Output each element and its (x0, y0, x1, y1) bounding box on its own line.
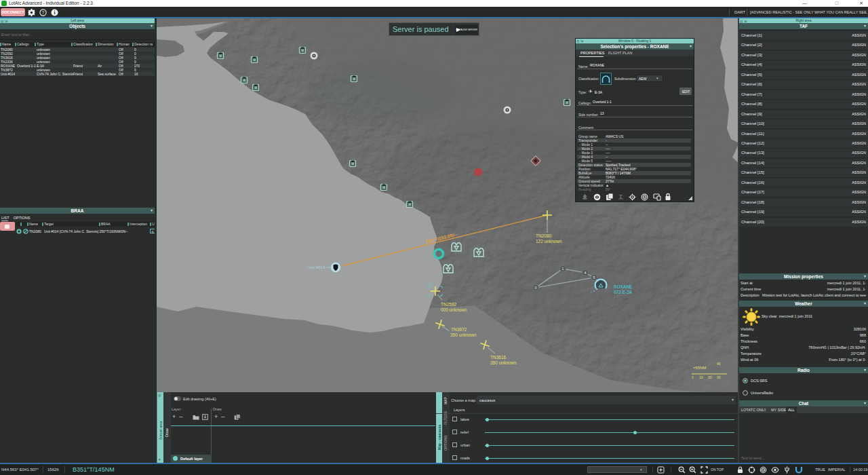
svg-text:40: 40 (717, 362, 721, 366)
svg-text:Unit #014: Unit #014 (307, 265, 325, 269)
svg-text:TN2592: TN2592 (441, 302, 457, 307)
svg-text:?: ? (42, 10, 45, 15)
svg-text:000 unknown: 000 unknown (441, 307, 467, 312)
svg-text:350 unknown: 350 unknown (490, 360, 517, 365)
svg-text:072 E-3A: 072 E-3A (614, 290, 633, 294)
svg-text:TN3616: TN3616 (490, 355, 507, 360)
svg-text:20: 20 (708, 375, 712, 379)
svg-text:30: 30 (717, 375, 721, 379)
svg-text:□□: □□ (429, 282, 433, 286)
svg-text:TN2080: TN2080 (536, 233, 552, 238)
svg-text:i: i (54, 10, 55, 16)
svg-text:350 unknown: 350 unknown (450, 332, 477, 337)
svg-text:ROXANE: ROXANE (614, 284, 633, 289)
svg-text:10: 10 (699, 375, 703, 379)
svg-text:122 unknown: 122 unknown (536, 239, 562, 244)
svg-text:TN3872: TN3872 (451, 327, 467, 332)
svg-text:0: 0 (692, 375, 694, 379)
svg-text:≈55NM: ≈55NM (693, 366, 706, 370)
